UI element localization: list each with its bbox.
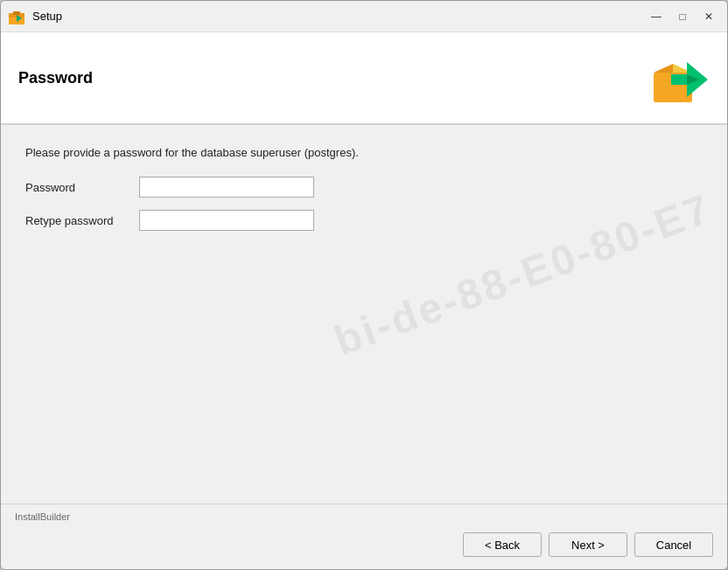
- app-icon: [8, 8, 25, 25]
- password-input[interactable]: [139, 177, 314, 198]
- cancel-button[interactable]: Cancel: [634, 532, 713, 557]
- maximize-button[interactable]: □: [671, 7, 694, 26]
- password-label: Password: [25, 181, 139, 194]
- footer-buttons: < Back Next > Cancel: [15, 527, 713, 562]
- setup-box-icon: [647, 46, 710, 109]
- header-section: Password: [1, 32, 727, 125]
- retype-password-input[interactable]: [139, 210, 314, 231]
- content-area: Please provide a password for the databa…: [1, 125, 727, 504]
- retype-password-row: Retype password: [25, 210, 703, 231]
- minimize-button[interactable]: —: [645, 7, 668, 26]
- next-button[interactable]: Next >: [549, 532, 627, 557]
- window-title: Setup: [32, 10, 645, 23]
- retype-password-label: Retype password: [25, 214, 139, 227]
- description-text: Please provide a password for the databa…: [25, 146, 703, 159]
- password-row: Password: [25, 177, 703, 198]
- svg-marker-5: [654, 64, 673, 73]
- installbuilder-label: InstallBuilder: [15, 511, 713, 522]
- back-button[interactable]: < Back: [463, 532, 542, 557]
- svg-rect-2: [13, 11, 20, 15]
- title-bar: Setup — □ ✕: [1, 1, 727, 32]
- window-controls: — □ ✕: [645, 7, 720, 26]
- close-button[interactable]: ✕: [697, 7, 720, 26]
- page-title: Password: [18, 69, 93, 87]
- header-icon: [647, 46, 710, 109]
- footer: InstallBuilder < Back Next > Cancel: [1, 504, 727, 569]
- setup-window: Setup — □ ✕ Password bi: [0, 0, 728, 570]
